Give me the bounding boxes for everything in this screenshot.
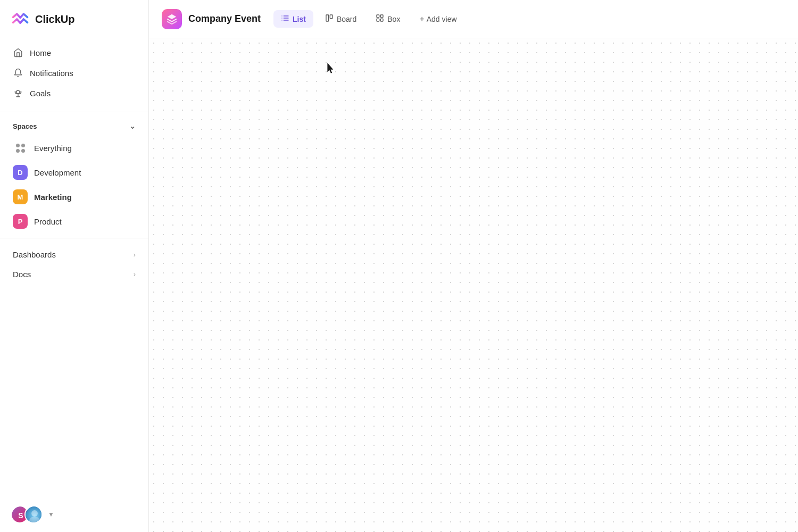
nav-label-goals: Goals [30, 89, 51, 98]
tab-box-label: Box [387, 15, 400, 23]
space-badge-marketing: M [13, 189, 28, 204]
user-dropdown-arrow[interactable]: ▼ [48, 511, 54, 518]
space-badge-product: P [13, 214, 28, 229]
list-tab-icon [281, 14, 289, 24]
svg-rect-10 [326, 15, 329, 21]
avatar-stack[interactable]: S [11, 505, 43, 523]
tab-box[interactable]: Box [368, 10, 408, 28]
add-view-label: Add view [427, 15, 457, 23]
chevron-down-icon: ⌄ [129, 122, 136, 130]
sidebar: ClickUp Home Notifications [0, 0, 149, 532]
cursor [327, 63, 335, 74]
avatar-img-circle [26, 506, 43, 523]
expand-item-dashboards[interactable]: Dashboards › [6, 245, 142, 264]
chevron-right-icon-dashboards: › [134, 251, 136, 259]
home-icon [13, 47, 23, 58]
chevron-right-icon-docs: › [134, 270, 136, 278]
space-item-marketing[interactable]: M Marketing [0, 185, 148, 209]
bottom-section: Dashboards › Docs › [0, 243, 148, 286]
nav-label-home: Home [30, 48, 51, 57]
space-label-marketing: Marketing [34, 193, 72, 202]
add-view-button[interactable]: + Add view [412, 11, 464, 28]
space-item-everything[interactable]: Everything [0, 136, 148, 160]
sidebar-footer: S [0, 497, 148, 532]
tab-board[interactable]: Board [318, 10, 364, 28]
svg-rect-13 [381, 15, 384, 18]
space-item-development[interactable]: D Development [0, 160, 148, 185]
space-item-product[interactable]: P Product [0, 209, 148, 234]
nav-section: Home Notifications Goals [0, 38, 148, 107]
board-tab-icon [325, 14, 334, 24]
space-label-everything: Everything [34, 144, 72, 153]
spaces-section-header[interactable]: Spaces ⌄ [0, 117, 148, 136]
box-tab-icon [376, 14, 384, 24]
dashboards-label: Dashboards [13, 250, 56, 259]
svg-point-2 [31, 510, 38, 517]
tab-board-label: Board [337, 15, 356, 23]
project-icon [162, 9, 182, 29]
divider-nav [0, 112, 148, 112]
svg-point-0 [16, 90, 20, 94]
plus-icon: + [419, 14, 424, 24]
nav-item-notifications[interactable]: Notifications [6, 63, 142, 83]
logo-area: ClickUp [0, 0, 148, 38]
expand-item-docs[interactable]: Docs › [6, 264, 142, 284]
space-label-development: Development [34, 168, 81, 177]
docs-label: Docs [13, 270, 31, 279]
bell-icon [13, 68, 23, 78]
clickup-logo-icon [11, 10, 30, 29]
everything-dots-icon [13, 140, 28, 155]
space-badge-development: D [13, 165, 28, 180]
logo-text: ClickUp [35, 13, 74, 26]
content-area [149, 38, 798, 532]
svg-rect-14 [377, 19, 379, 21]
svg-rect-11 [330, 15, 332, 19]
svg-rect-12 [377, 15, 379, 18]
project-title: Company Event [188, 13, 261, 24]
nav-item-home[interactable]: Home [6, 43, 142, 63]
avatar-user-2 [24, 505, 43, 523]
main-content: Company Event List [149, 0, 798, 532]
svg-rect-15 [381, 19, 384, 21]
nav-item-goals[interactable]: Goals [6, 83, 142, 103]
spaces-label: Spaces [13, 122, 37, 130]
space-label-product: Product [34, 217, 62, 226]
tab-list[interactable]: List [273, 10, 313, 28]
divider-spaces [0, 238, 148, 238]
tab-list-label: List [293, 15, 306, 23]
topbar: Company Event List [149, 0, 798, 38]
trophy-icon [13, 88, 23, 98]
nav-label-notifications: Notifications [30, 69, 73, 78]
